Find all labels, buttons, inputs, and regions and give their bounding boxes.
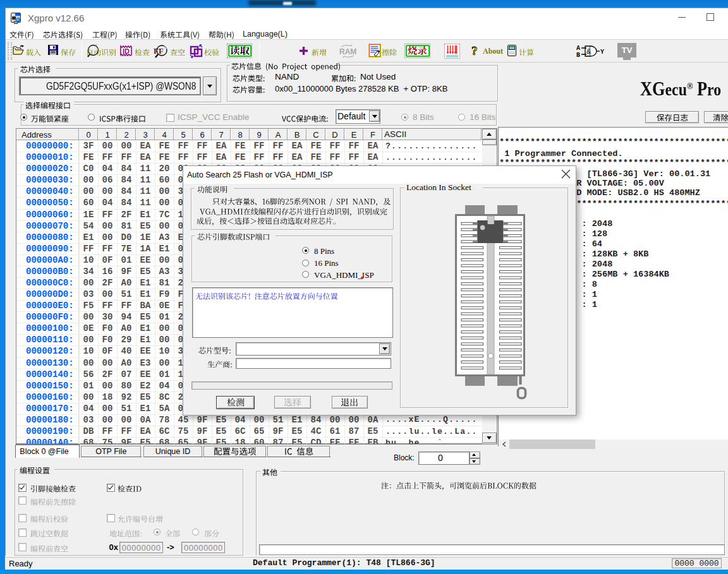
svg-text:B: B bbox=[576, 52, 580, 59]
svg-text:&: & bbox=[586, 47, 592, 55]
svg-text:RAM: RAM bbox=[339, 47, 356, 56]
svg-text:Y: Y bbox=[600, 49, 604, 56]
svg-text:ID: ID bbox=[123, 47, 130, 55]
svg-text:?: ? bbox=[471, 44, 478, 57]
svg-text:A: A bbox=[576, 45, 580, 52]
